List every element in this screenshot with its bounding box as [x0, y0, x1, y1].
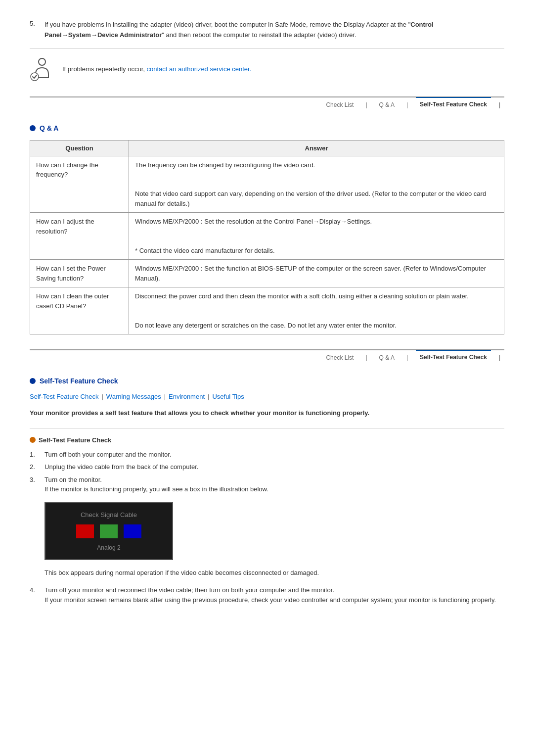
warning-box: If problems repeatedly occur, contact an…: [30, 57, 504, 82]
svg-point-0: [39, 58, 45, 65]
nav-qa-2[interactable]: Q & A: [375, 353, 399, 362]
table-row: How can I adjust the resolution?Windows …: [30, 213, 504, 260]
step-subtext: If the monitor is functioning properly, …: [44, 485, 268, 493]
step-5-text: If you have problems in installing the a…: [44, 20, 504, 41]
step-4-block: 4. Turn off your monitor and reconnect t…: [30, 585, 504, 605]
nav-bar-1: Check List | Q & A | Self-Test Feature C…: [30, 96, 504, 109]
blue-dot-self-test: [30, 378, 36, 384]
signal-box-container: Check Signal Cable Analog 2: [44, 502, 504, 560]
orange-dot: [30, 437, 36, 443]
step-5-block: 5. If you have problems in installing th…: [30, 20, 504, 49]
qa-section-header: Q & A: [30, 124, 504, 132]
qa-answer: Windows ME/XP/2000 : Set the function at…: [129, 260, 504, 287]
nav-bar-2: Check List | Q & A | Self-Test Feature C…: [30, 349, 504, 362]
svg-point-1: [31, 73, 39, 81]
qa-table: Question Answer How can I change the fre…: [30, 140, 504, 335]
step-text: Unplug the video cable from the back of …: [44, 462, 198, 472]
step-5-number: 5.: [30, 20, 40, 41]
step-text: Turn off both your computer and the moni…: [44, 450, 172, 460]
link-warning-messages[interactable]: Warning Messages: [106, 393, 161, 400]
link-useful-tips[interactable]: Useful Tips: [212, 393, 244, 400]
nav-check-list-2[interactable]: Check List: [322, 353, 357, 362]
qa-question: How can I change the frequency?: [30, 156, 129, 213]
self-test-section-title: Self-Test Feature Check: [40, 377, 118, 385]
qa-answer: The frequency can be changed by reconfig…: [129, 156, 504, 213]
signal-box-label: Analog 2: [57, 544, 160, 551]
self-test-links: Self-Test Feature Check | Warning Messag…: [30, 393, 504, 400]
signal-box: Check Signal Cable Analog 2: [44, 502, 173, 560]
steps-list: 1.Turn off both your computer and the mo…: [30, 450, 504, 494]
qa-col-answer: Answer: [129, 140, 504, 156]
sub-section-title: Self-Test Feature Check: [39, 436, 111, 444]
link-self-test-feature[interactable]: Self-Test Feature Check: [30, 393, 98, 400]
link-environment[interactable]: Environment: [169, 393, 205, 400]
step-4-number: 4.: [30, 585, 40, 605]
sub-section-header: Self-Test Feature Check: [30, 436, 504, 444]
list-item: 1.Turn off both your computer and the mo…: [30, 450, 504, 460]
signal-box-title: Check Signal Cable: [57, 511, 160, 519]
step-number: 1.: [30, 450, 40, 460]
step-5-bold: Control Panel→System→Device Administrato…: [44, 21, 433, 39]
qa-answer: Windows ME/XP/2000 : Set the resolution …: [129, 213, 504, 260]
color-bars: [57, 524, 160, 538]
table-row: How can I change the frequency?The frequ…: [30, 156, 504, 213]
divider: [30, 428, 504, 428]
blue-dot-qa: [30, 125, 36, 131]
table-row: How can I set the Power Saving function?…: [30, 260, 504, 287]
qa-question: How can I clean the outer case/LCD Panel…: [30, 287, 129, 334]
bar-blue: [124, 524, 141, 538]
list-item: 2.Unplug the video cable from the back o…: [30, 462, 504, 472]
step-number: 3.: [30, 475, 40, 494]
bold-statement: Your monitor provides a self test featur…: [30, 408, 504, 418]
qa-answer: Disconnect the power cord and then clean…: [129, 287, 504, 334]
nav-self-test-2[interactable]: Self-Test Feature Check: [416, 350, 491, 362]
nav-qa-1[interactable]: Q & A: [375, 100, 399, 109]
table-row: How can I clean the outer case/LCD Panel…: [30, 287, 504, 334]
note-text: This box appears during normal operation…: [44, 568, 504, 578]
qa-col-question: Question: [30, 140, 129, 156]
service-center-link[interactable]: contact an authorized service center.: [147, 65, 252, 73]
step-text: Turn on the monitor.If the monitor is fu…: [44, 475, 268, 494]
step-4-text: Turn off your monitor and reconnect the …: [44, 585, 496, 605]
qa-section-title: Q & A: [40, 124, 58, 132]
warning-icon: [30, 57, 54, 82]
nav-check-list-1[interactable]: Check List: [322, 100, 357, 109]
step-number: 2.: [30, 462, 40, 472]
qa-question: How can I adjust the resolution?: [30, 213, 129, 260]
warning-text: If problems repeatedly occur, contact an…: [62, 65, 251, 73]
bar-red: [76, 524, 94, 538]
qa-question: How can I set the Power Saving function?: [30, 260, 129, 287]
list-item: 3.Turn on the monitor.If the monitor is …: [30, 475, 504, 494]
bar-green: [100, 524, 118, 538]
nav-self-test-1[interactable]: Self-Test Feature Check: [416, 97, 491, 109]
self-test-section-header: Self-Test Feature Check: [30, 377, 504, 385]
